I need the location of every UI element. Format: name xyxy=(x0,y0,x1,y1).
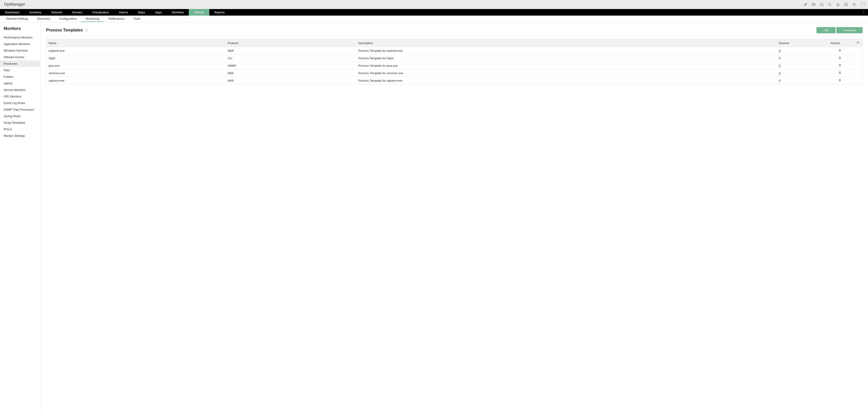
associate-button[interactable]: Associate xyxy=(836,27,863,33)
sidebar-item-folders[interactable]: Folders xyxy=(0,73,40,80)
nav-settings[interactable]: Settings xyxy=(189,9,209,16)
nav-alarms[interactable]: Alarms xyxy=(114,9,133,16)
app-logo: OpManager xyxy=(4,2,25,7)
svg-rect-8 xyxy=(844,4,845,5)
subnav-monitoring[interactable]: Monitoring xyxy=(81,16,104,22)
sidebar-item-performance-monitors[interactable]: Performance Monitors xyxy=(0,34,40,41)
sidebar-item-ipsla[interactable]: IPSLA xyxy=(0,126,40,133)
svg-rect-6 xyxy=(846,3,846,4)
subnav-discovery[interactable]: Discovery xyxy=(33,16,55,22)
main-nav: DashboardInventoryNetworkServersVirtuali… xyxy=(0,9,868,16)
cell-devices: 3 xyxy=(777,47,817,55)
nav-inventory[interactable]: Inventory xyxy=(24,9,46,16)
svg-point-14 xyxy=(854,4,855,5)
headset-icon[interactable] xyxy=(819,2,824,6)
cell-protocol: WMI xyxy=(225,69,356,77)
user-avatar[interactable] xyxy=(860,2,865,7)
help-icon[interactable]: ? xyxy=(85,29,88,32)
nav-apps[interactable]: Apps xyxy=(150,9,167,16)
nav-servers[interactable]: Servers xyxy=(67,9,87,16)
cell-name: explorer.exe xyxy=(46,47,225,55)
content-area: Process Templates ? Add Associate Name P… xyxy=(41,22,868,412)
col-description[interactable]: Description xyxy=(356,39,776,47)
svg-point-0 xyxy=(806,4,806,4)
gear-icon[interactable] xyxy=(852,2,856,6)
cell-devices: 3 xyxy=(777,69,817,77)
delete-icon[interactable] xyxy=(838,64,841,67)
sidebar-item-snmp-trap-processors[interactable]: SNMP Trap Processors xyxy=(0,106,40,113)
sidebar-item-processes[interactable]: Processes xyxy=(0,60,40,67)
subnav-configuration[interactable]: Configuration xyxy=(55,16,81,22)
top-icon-bar xyxy=(803,2,865,7)
delete-icon[interactable] xyxy=(838,56,841,59)
devices-link[interactable]: 3 xyxy=(779,49,780,53)
svg-rect-13 xyxy=(847,5,848,6)
sidebar-item-service-monitors[interactable]: Service Monitors xyxy=(0,87,40,93)
sidebar-item-event-log-rules[interactable]: Event Log Rules xyxy=(0,100,40,106)
sidebar: Monitors Performance MonitorsApplication… xyxy=(0,22,41,412)
subnav-tools[interactable]: Tools xyxy=(129,16,145,22)
col-protocol[interactable]: Protocol xyxy=(225,39,356,47)
subnav-general-settings[interactable]: General Settings xyxy=(2,16,33,22)
cell-actions xyxy=(817,69,863,77)
table-row[interactable]: explorer.exeWMIProcess Template for expl… xyxy=(46,47,863,55)
subnav-notifications[interactable]: Notifications xyxy=(104,16,129,22)
apps-grid-icon[interactable] xyxy=(844,2,848,6)
cell-description: Process Template for java.exe xyxy=(356,62,776,69)
nav-more-icon[interactable]: ⋮ xyxy=(860,9,868,16)
nav-workflow[interactable]: Workflow xyxy=(167,9,189,16)
cell-description: Process Template for explorer.exe xyxy=(356,47,776,55)
top-header: OpManager xyxy=(0,0,868,9)
sidebar-item-monitor-settings[interactable]: Monitor Settings xyxy=(0,133,40,139)
nav-reports[interactable]: Reports xyxy=(209,9,230,16)
cell-devices: 0 xyxy=(777,55,817,62)
cell-protocol: CLI xyxy=(225,55,356,62)
cell-protocol: WMI xyxy=(225,77,356,84)
cell-devices: 2 xyxy=(777,62,817,69)
cell-protocol: SNMP xyxy=(225,62,356,69)
cell-protocol: WMI xyxy=(225,47,356,55)
delete-icon[interactable] xyxy=(838,79,841,82)
cell-actions xyxy=(817,62,863,69)
delete-icon[interactable] xyxy=(838,49,841,52)
sidebar-item-syslog-rules[interactable]: Syslog Rules xyxy=(0,113,40,119)
cell-name: sqlservr.exe xyxy=(46,77,225,84)
devices-link[interactable]: 2 xyxy=(779,64,780,67)
cell-actions xyxy=(817,55,863,62)
table-row[interactable]: httpdCLIProcess Template for httpd0 xyxy=(46,55,863,62)
search-icon[interactable] xyxy=(828,2,832,6)
svg-point-4 xyxy=(829,3,831,5)
col-devices[interactable]: Devices xyxy=(777,39,817,47)
sidebar-item-windows-services[interactable]: Windows Services xyxy=(0,47,40,54)
sidebar-item-application-monitors[interactable]: Application Monitors xyxy=(0,41,40,47)
nav-virtualization[interactable]: Virtualization xyxy=(87,9,114,16)
devices-link[interactable]: 3 xyxy=(779,71,780,75)
sidebar-item-url-monitors[interactable]: URL Monitors xyxy=(0,93,40,100)
table-row[interactable]: java.exeSNMPProcess Template for java.ex… xyxy=(46,62,863,69)
table-row[interactable]: sqlservr.exeWMIProcess Template for sqls… xyxy=(46,77,863,84)
col-actions: Actions xyxy=(817,39,854,47)
svg-rect-9 xyxy=(846,4,846,5)
sidebar-item-vmware-events[interactable]: VMware Events xyxy=(0,54,40,60)
sidebar-item-files[interactable]: Files xyxy=(0,67,40,73)
nav-dashboard[interactable]: Dashboard xyxy=(0,9,24,16)
table-search-icon[interactable] xyxy=(854,39,863,47)
sidebar-item-script-templates[interactable]: Script Templates xyxy=(0,119,40,126)
delete-icon[interactable] xyxy=(838,71,841,74)
col-name[interactable]: Name xyxy=(46,39,225,47)
svg-rect-5 xyxy=(844,3,845,4)
quick-launch-icon[interactable] xyxy=(803,2,807,6)
cell-description: Process Template for httpd xyxy=(356,55,776,62)
add-button[interactable]: Add xyxy=(816,27,835,33)
svg-rect-11 xyxy=(844,5,845,6)
nav-network[interactable]: Network xyxy=(46,9,67,16)
svg-rect-2 xyxy=(820,5,821,6)
nav-maps[interactable]: Maps xyxy=(133,9,150,16)
presentation-icon[interactable] xyxy=(811,2,815,6)
svg-rect-3 xyxy=(823,5,823,6)
svg-point-15 xyxy=(862,3,863,4)
cell-name: services.exe xyxy=(46,69,225,77)
table-row[interactable]: services.exeWMIProcess Template for serv… xyxy=(46,69,863,77)
sidebar-item-agents[interactable]: Agents xyxy=(0,80,40,87)
bell-icon[interactable] xyxy=(836,2,840,6)
